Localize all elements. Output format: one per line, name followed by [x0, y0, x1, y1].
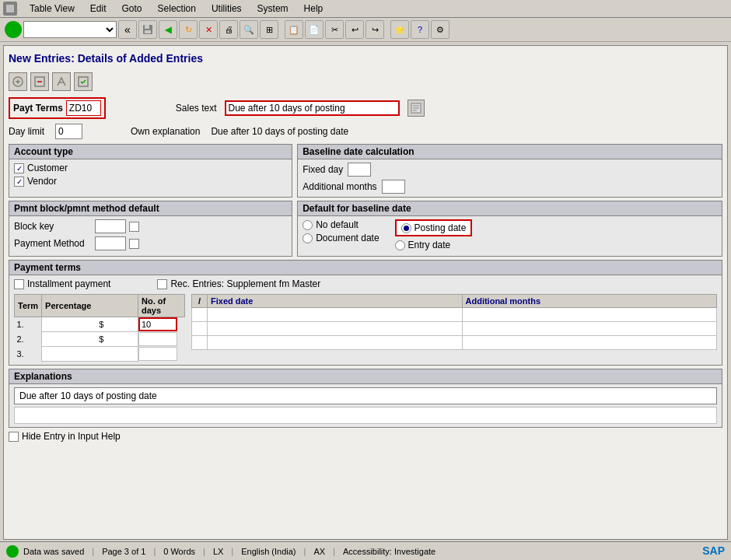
- find-btn[interactable]: 🔍: [240, 20, 258, 39]
- additional-months-input[interactable]: [382, 180, 405, 194]
- row3-percentage[interactable]: [42, 347, 96, 361]
- row2-percentage[interactable]: [42, 332, 96, 346]
- vendor-label: Vendor: [27, 176, 57, 187]
- sub-btn-3[interactable]: [52, 72, 71, 91]
- svg-rect-4: [145, 30, 151, 33]
- own-explanation-value: Due after 10 days of posting date: [211, 126, 348, 137]
- row1-percentage[interactable]: [42, 317, 96, 331]
- rec-entries-label: Rec. Entries: Supplement fm Master: [170, 278, 320, 289]
- payt-terms-input[interactable]: ZD10: [66, 100, 101, 116]
- customer-row: Customer: [14, 163, 287, 173]
- pmnt-block-header: Pmnt block/pmnt method default: [9, 201, 292, 216]
- block-key-row: Block key: [14, 219, 287, 233]
- menu-system[interactable]: System: [254, 2, 292, 16]
- copy-btn[interactable]: 📋: [285, 20, 303, 39]
- default-baseline-header: Default for baseline date: [298, 201, 722, 216]
- col-term: Term: [15, 295, 42, 317]
- entry-date-label: Entry date: [408, 240, 451, 250]
- document-date-radio[interactable]: [303, 233, 313, 243]
- back-btn[interactable]: «: [118, 20, 137, 39]
- status-info1: Page 3 of 1: [102, 547, 145, 556]
- menu-goto[interactable]: Goto: [119, 2, 145, 16]
- sub-btn-4[interactable]: [74, 72, 93, 91]
- rec-entries-checkbox[interactable]: [157, 279, 167, 289]
- fixed-day-input[interactable]: [348, 163, 371, 177]
- menu-edit[interactable]: Edit: [87, 2, 110, 16]
- toolbar: « ◀ ↻ ✕ 🖨 🔍 ⊞ 📋 📄 ✂ ↩ ↪ ⭐ ? ⚙: [0, 18, 731, 42]
- svg-rect-1: [6, 5, 14, 12]
- refresh-btn[interactable]: ↻: [179, 20, 198, 39]
- paste-btn[interactable]: 📄: [305, 20, 324, 39]
- document-date-label: Document date: [316, 233, 379, 243]
- row2-days[interactable]: [138, 332, 177, 346]
- sap-logo: SAP: [702, 544, 725, 557]
- payment-method-row: Payment Method: [14, 236, 287, 250]
- vendor-row: Vendor: [14, 176, 287, 187]
- menu-help[interactable]: Help: [301, 2, 327, 16]
- payt-terms-container: Payt Terms ZD10: [9, 97, 106, 119]
- row1-days[interactable]: [138, 317, 177, 331]
- payt-terms-label: Payt Terms: [13, 103, 63, 114]
- hide-entry-checkbox[interactable]: [9, 432, 19, 442]
- sales-text-icon-btn[interactable]: [407, 100, 425, 117]
- no-default-radio[interactable]: [303, 220, 313, 230]
- sales-text-label: Sales text: [176, 103, 217, 114]
- entry-date-radio[interactable]: [395, 240, 405, 250]
- status-bar: Data was saved | Page 3 of 1 | 0 Words |…: [0, 541, 731, 560]
- posting-date-radio[interactable]: [401, 223, 411, 233]
- save-btn[interactable]: [138, 20, 157, 39]
- status-info3: LX: [213, 547, 223, 556]
- app-icon: [3, 2, 17, 16]
- redo-btn[interactable]: ↪: [366, 20, 384, 39]
- row2-fixed-date[interactable]: [208, 323, 462, 335]
- sales-text-input[interactable]: [225, 100, 400, 116]
- payment-method-input[interactable]: [95, 236, 126, 250]
- table-row: 2. $: [15, 332, 185, 347]
- col-percentage: Percentage: [42, 295, 138, 317]
- col-fixed-date: Fixed date: [208, 295, 463, 308]
- payment-method-checkbox[interactable]: [129, 239, 139, 249]
- row1-add-months[interactable]: [463, 309, 717, 321]
- hide-entry-label: Hide Entry in Input Help: [22, 431, 121, 442]
- row2-add-months[interactable]: [463, 323, 717, 335]
- status-message: Data was saved: [23, 547, 84, 556]
- own-explanation-label: Own explanation: [131, 126, 200, 137]
- block-key-checkbox[interactable]: [129, 222, 139, 232]
- stop-btn[interactable]: ✕: [199, 20, 218, 39]
- customer-checkbox[interactable]: [14, 163, 24, 173]
- installment-checkbox[interactable]: [14, 279, 24, 289]
- payment-method-label: Payment Method: [14, 238, 92, 249]
- find-next-btn[interactable]: ⊞: [260, 20, 278, 39]
- row3-fixed-date[interactable]: [208, 337, 462, 349]
- day-limit-label: Day limit: [9, 126, 44, 137]
- bookmark-btn[interactable]: ⭐: [390, 20, 409, 39]
- print-btn[interactable]: 🖨: [219, 20, 238, 39]
- settings-btn[interactable]: ⚙: [431, 20, 449, 39]
- row3-add-months[interactable]: [463, 337, 717, 349]
- vendor-checkbox[interactable]: [14, 177, 24, 187]
- additional-months-label: Additional months: [303, 181, 376, 192]
- menu-utilities[interactable]: Utilities: [208, 2, 245, 16]
- account-type-section: Account type Customer Vendor: [9, 144, 292, 198]
- cut-btn[interactable]: ✂: [325, 20, 344, 39]
- command-field[interactable]: [23, 21, 117, 38]
- help-btn[interactable]: ?: [411, 20, 429, 39]
- sub-toolbar: [9, 72, 722, 91]
- status-icon: [5, 21, 22, 38]
- menu-table-view[interactable]: Table View: [26, 2, 78, 16]
- row1-fixed-date[interactable]: [208, 309, 462, 321]
- row3-days[interactable]: [138, 347, 177, 361]
- undo-btn[interactable]: ↩: [345, 20, 364, 39]
- menu-selection[interactable]: Selection: [155, 2, 199, 16]
- day-limit-input[interactable]: [55, 124, 82, 139]
- prev-btn[interactable]: ◀: [159, 20, 177, 39]
- customer-label: Customer: [27, 163, 68, 173]
- default-baseline-section: Default for baseline date No default Doc…: [297, 201, 722, 257]
- sub-btn-2[interactable]: [30, 72, 49, 91]
- table-row: 3.: [15, 347, 185, 362]
- col-days: No. of days: [138, 295, 185, 317]
- status-info2: 0 Words: [163, 547, 195, 556]
- sub-btn-1[interactable]: [9, 72, 27, 91]
- fixed-day-label: Fixed day: [303, 164, 343, 175]
- block-key-input[interactable]: [95, 219, 126, 233]
